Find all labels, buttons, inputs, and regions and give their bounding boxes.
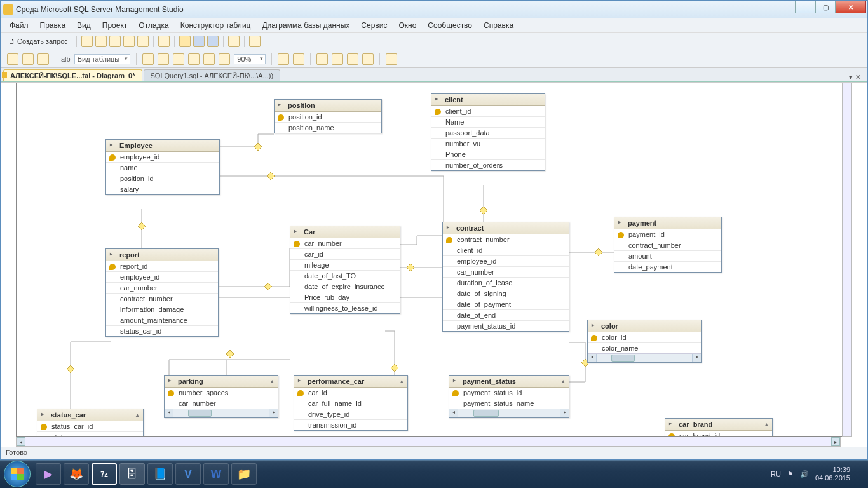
save-icon[interactable] (193, 36, 205, 47)
column[interactable]: car_id (294, 388, 407, 398)
column[interactable]: payment_status_name (449, 398, 569, 409)
toolbar-icon[interactable] (123, 36, 135, 47)
toolbar-icon[interactable] (249, 36, 261, 47)
column[interactable]: employee_id (106, 271, 218, 282)
scrollbar[interactable]: ◂▸ (165, 409, 278, 417)
taskbar-7z[interactable]: 7z (92, 463, 117, 485)
toolbar-icon[interactable] (362, 53, 374, 65)
menu-table-designer[interactable]: Конструктор таблиц (175, 20, 256, 31)
toolbar-icon[interactable] (37, 53, 49, 65)
taskbar-visio[interactable]: V (175, 463, 201, 485)
column[interactable]: date_of_expire_insurance (290, 281, 400, 292)
tab-diagram[interactable]: АЛЕКСЕЙ-ПК\SQLE...tal - Diagram_0* (3, 69, 142, 81)
column[interactable]: transmission_id (294, 419, 407, 430)
tabs-close-icon[interactable]: ✕ (855, 73, 861, 81)
column[interactable]: status_car_name (37, 431, 143, 437)
column[interactable]: duration_of_lease (443, 277, 569, 288)
column[interactable]: date_of_signing (443, 288, 569, 299)
table-car-brand[interactable]: ▸car_brand▴ car_brand_id (665, 418, 773, 437)
column[interactable]: contract_number (443, 234, 569, 245)
menu-community[interactable]: Сообщество (423, 20, 477, 31)
column[interactable]: date_payment (614, 261, 721, 272)
column[interactable]: payment_id (614, 229, 721, 240)
tab-sqlquery[interactable]: SQLQuery1.sql - АЛЕКСЕЙ-ПК\...\A...)) (144, 69, 281, 81)
scrollbar[interactable]: ◂▸ (449, 409, 569, 417)
table-performance-car[interactable]: ▸performance_car▴ car_id car_full_name_i… (294, 375, 408, 431)
toolbar-icon[interactable] (386, 53, 397, 65)
taskbar-app[interactable]: ▶ (36, 463, 61, 485)
menu-debug[interactable]: Отладка (133, 20, 173, 31)
column[interactable]: drive_type_id (294, 409, 407, 419)
menu-edit[interactable]: Правка (35, 20, 71, 31)
toolbar-icon[interactable] (158, 53, 169, 65)
diagram-canvas[interactable]: ▸Employee employee_id name position_id s… (16, 83, 852, 437)
table-status-car[interactable]: ▸status_car▴ status_car_id status_car_na… (37, 409, 144, 437)
column[interactable]: car_id (290, 248, 400, 259)
taskbar-folder[interactable]: 📁 (231, 463, 257, 485)
table-car[interactable]: ▸Car car_number car_id mileage date_of_l… (290, 226, 400, 314)
tray-sound-icon[interactable]: 🔊 (800, 470, 809, 478)
toolbar-icon[interactable] (332, 53, 343, 65)
column[interactable]: client_id (431, 106, 545, 116)
column[interactable]: Price_rub_day (290, 292, 400, 302)
column[interactable]: date_of_end (443, 309, 569, 320)
table-parking[interactable]: ▸parking▴ number_spaces car_number ◂▸ (164, 375, 278, 418)
close-button[interactable]: ✕ (836, 1, 866, 13)
menu-project[interactable]: Проект (97, 20, 133, 31)
column[interactable]: color_name (588, 342, 701, 353)
taskbar-word[interactable]: W (203, 463, 229, 485)
column[interactable]: payment_status_id (449, 388, 569, 398)
toolbar-icon[interactable] (188, 53, 200, 65)
toolbar-icon[interactable] (278, 53, 289, 65)
tray-clock[interactable]: 10:39 04.06.2015 (815, 466, 850, 482)
table-position[interactable]: ▸position position_id position_name (274, 99, 382, 133)
toolbar-icon[interactable] (228, 36, 240, 47)
toolbar-icon[interactable] (95, 36, 107, 47)
column[interactable]: car_brand_id (665, 431, 772, 437)
column[interactable]: name (106, 162, 219, 173)
toolbar-icon[interactable] (109, 36, 121, 47)
column[interactable]: amount_maintenance (106, 315, 218, 325)
column[interactable]: car_number (106, 282, 218, 293)
column[interactable]: payment_status_id (443, 320, 569, 331)
column[interactable]: position_id (275, 112, 381, 122)
show-desktop-button[interactable] (857, 463, 862, 485)
toolbar-icon[interactable] (158, 36, 170, 47)
saveall-icon[interactable] (207, 36, 219, 47)
column[interactable]: mileage (290, 259, 400, 270)
column[interactable]: number_of_orders (431, 159, 545, 170)
menu-tools[interactable]: Сервис (356, 20, 392, 31)
alb-label[interactable]: alb (61, 55, 71, 63)
column[interactable]: car_number (290, 238, 400, 248)
taskbar-firefox[interactable]: 🦊 (64, 463, 89, 485)
column[interactable]: information_damage (106, 304, 218, 315)
column[interactable]: car_number (165, 398, 278, 409)
column[interactable]: passport_data (431, 127, 545, 138)
column[interactable]: position_name (275, 122, 381, 133)
table-payment[interactable]: ▸payment payment_id contract_number amou… (614, 217, 722, 273)
column[interactable]: salary (106, 184, 219, 194)
toolbar-icon[interactable] (137, 36, 149, 47)
column[interactable]: report_id (106, 261, 218, 271)
column[interactable]: status_car_id (106, 325, 218, 336)
column[interactable]: contract_number (614, 240, 721, 250)
column[interactable]: status_car_id (37, 421, 143, 431)
toolbar-icon[interactable] (81, 36, 93, 47)
table-color[interactable]: ▸color color_id color_name ◂▸ (587, 320, 702, 363)
toolbar-icon[interactable] (22, 53, 34, 65)
column[interactable]: Phone (431, 149, 545, 159)
column[interactable]: position_id (106, 173, 219, 184)
toolbar-icon[interactable] (203, 53, 215, 65)
table-employee[interactable]: ▸Employee employee_id name position_id s… (105, 139, 220, 195)
column[interactable]: number_spaces (165, 388, 278, 398)
scrollbar[interactable]: ◂▸ (588, 353, 701, 362)
toolbar-icon[interactable] (293, 53, 304, 65)
column[interactable]: employee_id (443, 255, 569, 266)
column[interactable]: willingness_to_lease_id (290, 302, 400, 313)
menu-view[interactable]: Вид (72, 20, 96, 31)
system-tray[interactable]: RU ⚑ 🔊 10:39 04.06.2015 (771, 463, 864, 485)
column[interactable]: date_of_payment (443, 299, 569, 309)
column[interactable]: car_number (443, 266, 569, 277)
taskbar-ssms[interactable]: 🗄 (119, 463, 145, 485)
toolbar-icon[interactable] (142, 53, 154, 65)
